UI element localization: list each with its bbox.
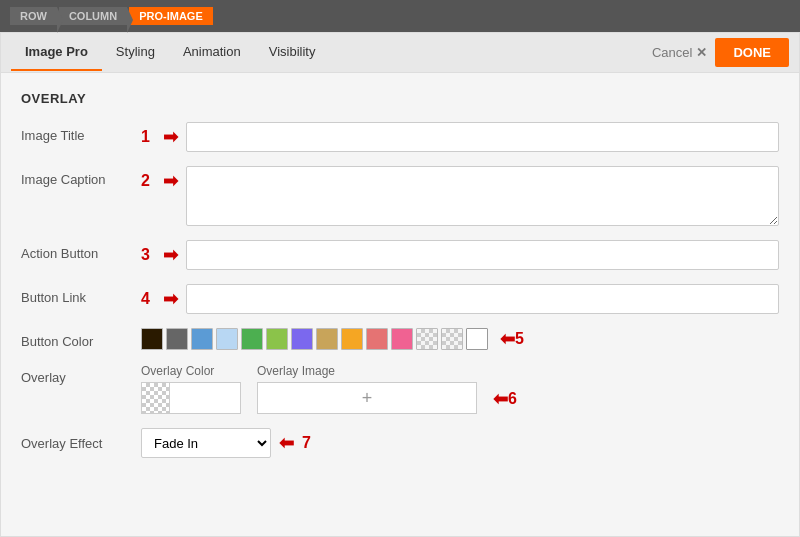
cancel-button[interactable]: Cancel ✕ <box>644 40 715 65</box>
overlay-image-picker[interactable]: + <box>257 382 477 414</box>
tab-animation[interactable]: Animation <box>169 34 255 71</box>
image-title-row: Image Title 1 ➡ <box>21 122 779 152</box>
swatch-pink[interactable] <box>391 328 413 350</box>
swatch-dark[interactable] <box>141 328 163 350</box>
overlay-image-col: Overlay Image + <box>257 364 477 414</box>
overlay-effect-select[interactable]: Fade In Fade Out Slide In Slide Out Zoom… <box>141 428 271 458</box>
done-button[interactable]: DONE <box>715 38 789 67</box>
main-panel: Image Pro Styling Animation Visibility C… <box>0 32 800 537</box>
overlay-color-picker[interactable] <box>141 382 241 414</box>
overlay-effect-row: Overlay Effect Fade In Fade Out Slide In… <box>21 428 779 458</box>
overlay-row: Overlay Overlay Color Overlay Image + ⬅ <box>21 364 779 414</box>
swatch-red[interactable] <box>366 328 388 350</box>
swatch-transparent2[interactable] <box>441 328 463 350</box>
badge-6: 6 <box>508 390 526 408</box>
overlay-image-col-label: Overlay Image <box>257 364 477 378</box>
button-link-row: Button Link 4 ➡ <box>21 284 779 314</box>
arrow-right-2: ➡ <box>163 170 178 192</box>
swatch-empty[interactable] <box>466 328 488 350</box>
overlay-section-title: OVERLAY <box>21 91 779 106</box>
swatch-blue[interactable] <box>191 328 213 350</box>
swatch-gray[interactable] <box>166 328 188 350</box>
tab-visibility[interactable]: Visibility <box>255 34 330 71</box>
overlay-label: Overlay <box>21 364 141 385</box>
arrow-left-6: ⬅ <box>493 388 508 410</box>
badge-4: 4 <box>141 290 159 308</box>
action-button-input[interactable] <box>186 240 779 270</box>
image-title-label: Image Title <box>21 122 141 143</box>
checker-pattern <box>142 383 170 413</box>
plus-icon: + <box>362 388 373 409</box>
image-caption-input[interactable] <box>186 166 779 226</box>
button-color-label: Button Color <box>21 328 141 349</box>
button-color-row: Button Color <box>21 328 779 350</box>
arrow-left-5: ⬅ <box>500 328 515 350</box>
overlay-color-col: Overlay Color <box>141 364 241 414</box>
badge-7: 7 <box>302 434 320 452</box>
badge-1: 1 <box>141 128 159 146</box>
color-swatches <box>141 328 488 350</box>
badge-5: 5 <box>515 330 533 348</box>
arrow-left-7: ⬅ <box>279 432 294 454</box>
tab-bar: Image Pro Styling Animation Visibility C… <box>1 33 799 73</box>
button-link-input[interactable] <box>186 284 779 314</box>
breadcrumb-column[interactable]: COLUMN <box>59 7 127 25</box>
breadcrumb-pro-image[interactable]: PRO-IMAGE <box>129 7 213 25</box>
swatch-orange[interactable] <box>341 328 363 350</box>
swatch-green[interactable] <box>241 328 263 350</box>
button-link-label: Button Link <box>21 284 141 305</box>
image-title-input[interactable] <box>186 122 779 152</box>
breadcrumb-bar: ROW COLUMN PRO-IMAGE <box>0 0 800 32</box>
swatch-tan[interactable] <box>316 328 338 350</box>
badge-3: 3 <box>141 246 159 264</box>
overlay-effect-label: Overlay Effect <box>21 436 141 451</box>
content-area: OVERLAY Image Title 1 ➡ Image Caption 2 … <box>1 73 799 536</box>
breadcrumb-row[interactable]: ROW <box>10 7 57 25</box>
arrow-right-1: ➡ <box>163 126 178 148</box>
image-caption-label: Image Caption <box>21 166 141 187</box>
arrow-right-3: ➡ <box>163 244 178 266</box>
cancel-label: Cancel <box>652 45 692 60</box>
badge-2: 2 <box>141 172 159 190</box>
swatch-transparent1[interactable] <box>416 328 438 350</box>
image-caption-row: Image Caption 2 ➡ <box>21 166 779 226</box>
tab-styling[interactable]: Styling <box>102 34 169 71</box>
action-button-label: Action Button <box>21 240 141 261</box>
swatch-lime[interactable] <box>266 328 288 350</box>
arrow-right-4: ➡ <box>163 288 178 310</box>
swatch-purple[interactable] <box>291 328 313 350</box>
swatch-lightblue[interactable] <box>216 328 238 350</box>
overlay-color-col-label: Overlay Color <box>141 364 241 378</box>
action-button-row: Action Button 3 ➡ <box>21 240 779 270</box>
close-icon: ✕ <box>696 45 707 60</box>
tab-image-pro[interactable]: Image Pro <box>11 34 102 71</box>
